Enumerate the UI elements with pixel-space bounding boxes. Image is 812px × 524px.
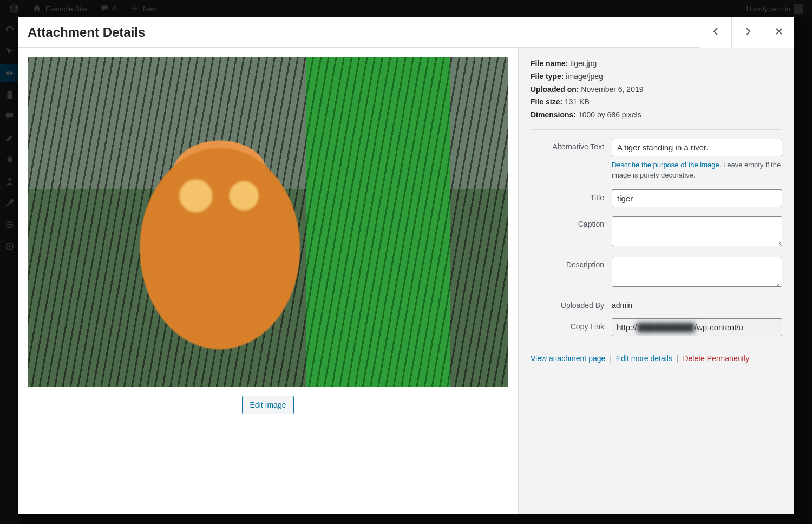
meta-file-size-label: File size:: [531, 97, 562, 106]
title-input[interactable]: [612, 189, 782, 207]
caption-label: Caption: [531, 216, 612, 228]
meta-file-type: image/jpeg: [566, 72, 603, 81]
description-input[interactable]: [612, 257, 782, 287]
chevron-right-icon: [742, 26, 753, 38]
meta-file-type-label: File type:: [531, 72, 564, 81]
attachment-preview: [28, 57, 508, 387]
uploaded-by-label: Uploaded By: [531, 297, 612, 310]
meta-file-size: 131 KB: [565, 97, 590, 106]
modal-title: Attachment Details: [28, 25, 145, 40]
attachment-image: [28, 57, 508, 387]
modal-header: Attachment Details: [18, 17, 794, 48]
alt-text-hint-link[interactable]: Describe the purpose of the image: [612, 161, 719, 169]
meta-uploaded-on: November 6, 2019: [581, 85, 643, 94]
meta-file-name-label: File name:: [531, 59, 568, 68]
alt-text-input[interactable]: [612, 139, 782, 156]
copy-link-input[interactable]: [612, 318, 782, 336]
edit-image-button[interactable]: Edit Image: [242, 396, 294, 414]
attachment-meta: File name: tiger.jpg File type: image/jp…: [531, 57, 782, 122]
view-attachment-page-link[interactable]: View attachment page: [531, 354, 605, 363]
meta-uploaded-on-label: Uploaded on:: [531, 85, 579, 94]
modal-side-pane: File name: tiger.jpg File type: image/jp…: [518, 48, 794, 514]
prev-attachment-button[interactable]: [700, 17, 731, 48]
delete-permanently-link[interactable]: Delete Permanently: [683, 354, 749, 363]
copy-link-label: Copy Link: [531, 318, 612, 331]
attachment-details-modal: Attachment Details: [18, 17, 794, 514]
uploaded-by-value: admin: [612, 297, 782, 310]
meta-dimensions-label: Dimensions:: [531, 110, 576, 119]
close-modal-button[interactable]: [763, 17, 794, 48]
close-icon: [774, 26, 784, 38]
edit-more-details-link[interactable]: Edit more details: [616, 354, 672, 363]
title-label: Title: [531, 189, 612, 202]
meta-dimensions: 1000 by 686 pixels: [578, 110, 641, 119]
modal-main-pane: Edit Image: [18, 48, 518, 514]
alt-text-hint: Describe the purpose of the image. Leave…: [612, 160, 782, 181]
divider: [531, 345, 782, 345]
separator: |: [675, 354, 681, 363]
separator: |: [607, 354, 614, 363]
alt-text-label: Alternative Text: [531, 139, 612, 151]
description-label: Description: [531, 257, 612, 269]
chevron-left-icon: [711, 26, 722, 38]
caption-input[interactable]: [612, 216, 782, 246]
attachment-actions: View attachment page | Edit more details…: [531, 354, 782, 363]
divider: [531, 129, 782, 130]
next-attachment-button[interactable]: [731, 17, 763, 48]
meta-file-name: tiger.jpg: [570, 59, 597, 68]
